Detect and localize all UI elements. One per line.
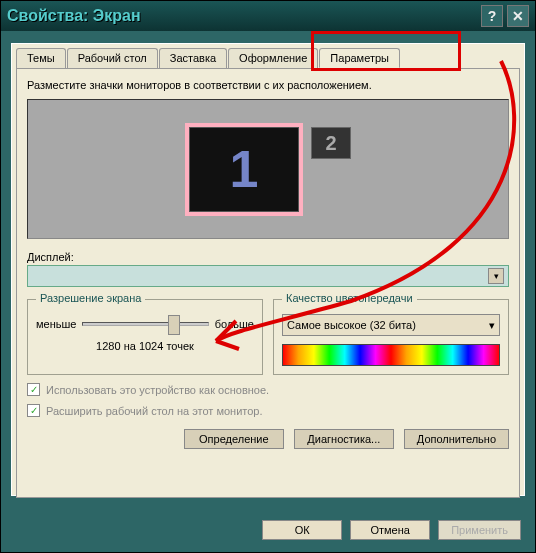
resolution-less: меньше <box>36 318 76 330</box>
close-button[interactable]: ✕ <box>507 5 529 27</box>
settings-panel: Разместите значки мониторов в соответств… <box>16 68 520 498</box>
dialog-content: Темы Рабочий стол Заставка Оформление Па… <box>11 43 525 496</box>
checkbox-extend-label: Расширить рабочий стол на этот монитор. <box>46 405 263 417</box>
tab-settings[interactable]: Параметры <box>319 48 400 68</box>
tab-desktop[interactable]: Рабочий стол <box>67 48 158 68</box>
advanced-button[interactable]: Дополнительно <box>404 429 509 449</box>
resolution-value: 1280 на 1024 точек <box>36 340 254 352</box>
cancel-button[interactable]: Отмена <box>350 520 430 540</box>
troubleshoot-button[interactable]: Диагностика... <box>294 429 394 449</box>
monitor-1-wrap[interactable]: 1 <box>185 123 303 216</box>
instruction-text: Разместите значки мониторов в соответств… <box>27 79 509 91</box>
monitor-1[interactable]: 1 <box>189 127 299 212</box>
dialog-buttons: ОК Отмена Применить <box>262 520 521 540</box>
quality-value: Самое высокое (32 бита) <box>287 319 489 331</box>
chevron-down-icon[interactable]: ▾ <box>489 319 495 332</box>
checkbox-primary: ✓ <box>27 383 40 396</box>
quality-group: Качество цветопередачи Самое высокое (32… <box>273 299 509 375</box>
slider-thumb[interactable] <box>168 315 180 335</box>
checkbox-primary-label: Использовать это устройство как основное… <box>46 384 269 396</box>
chevron-down-icon[interactable]: ▾ <box>488 268 504 284</box>
display-label: Дисплей: <box>27 251 509 263</box>
help-button[interactable]: ? <box>481 5 503 27</box>
monitor-2[interactable]: 2 <box>311 127 351 159</box>
properties-window: Свойства: Экран ? ✕ Темы Рабочий стол За… <box>0 0 536 553</box>
checkbox-extend: ✓ <box>27 404 40 417</box>
window-title: Свойства: Экран <box>7 7 477 25</box>
resolution-more: больше <box>215 318 254 330</box>
titlebar: Свойства: Экран ? ✕ <box>1 1 535 31</box>
apply-button: Применить <box>438 520 521 540</box>
quality-title: Качество цветопередачи <box>282 292 417 304</box>
resolution-group: Разрешение экрана меньше больше 1280 на … <box>27 299 263 375</box>
resolution-title: Разрешение экрана <box>36 292 145 304</box>
tab-appearance[interactable]: Оформление <box>228 48 318 68</box>
tab-screensaver[interactable]: Заставка <box>159 48 227 68</box>
color-preview <box>282 344 500 366</box>
quality-combo[interactable]: Самое высокое (32 бита) ▾ <box>282 314 500 336</box>
tabstrip: Темы Рабочий стол Заставка Оформление Па… <box>12 44 524 68</box>
identify-button[interactable]: Определение <box>184 429 284 449</box>
monitor-arrangement[interactable]: 1 2 <box>27 99 509 239</box>
resolution-slider[interactable] <box>82 322 208 326</box>
ok-button[interactable]: ОК <box>262 520 342 540</box>
checkbox-extend-row: ✓ Расширить рабочий стол на этот монитор… <box>27 404 509 417</box>
checkbox-primary-row: ✓ Использовать это устройство как основн… <box>27 383 509 396</box>
tab-themes[interactable]: Темы <box>16 48 66 68</box>
display-combo[interactable]: ▾ <box>27 265 509 287</box>
